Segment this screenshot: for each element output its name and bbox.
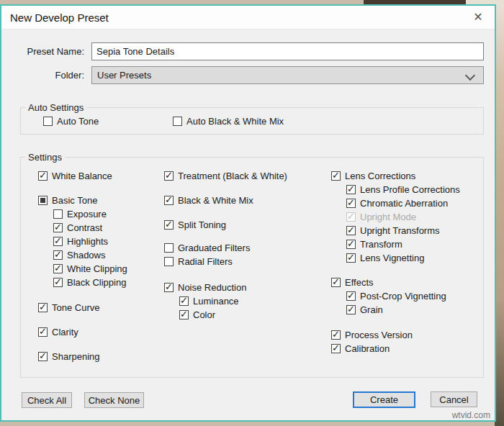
checkbox-label: Shadows [67, 250, 105, 260]
checkbox-label: Auto Black & White Mix [186, 116, 284, 127]
checkbox[interactable] [53, 237, 63, 246]
checkbox-row-effects[interactable]: Effects [331, 276, 460, 289]
checkbox-row-post-crop-vignetting[interactable]: Post-Crop Vignetting [346, 289, 460, 303]
checkbox-row-upright-mode: Upright Mode [346, 210, 460, 224]
checkbox-row-auto-tone[interactable]: Auto Tone [43, 114, 99, 128]
settings-group: Settings White Balance Basic Tone Exposu… [20, 157, 484, 378]
checkbox[interactable] [38, 327, 48, 337]
checkbox-label: Exposure [67, 209, 107, 219]
checkbox-row-transform[interactable]: Transform [346, 237, 460, 251]
checkbox-row-clarity[interactable]: Clarity [38, 325, 127, 339]
checkbox[interactable] [346, 253, 356, 263]
checkbox-label: Highlights [67, 236, 108, 247]
checkbox-label: Radial Filters [178, 256, 233, 267]
checkbox-row-upright-transforms[interactable]: Upright Transforms [346, 224, 460, 237]
checkbox-label: Color [193, 309, 215, 320]
folder-dropdown-value: User Presets [97, 70, 151, 81]
checkbox[interactable] [53, 209, 63, 219]
checkbox-label: Auto Tone [57, 116, 99, 127]
auto-settings-group: Auto Settings Auto Tone Auto Black & Whi… [20, 107, 484, 135]
checkbox-row-radial-filters[interactable]: Radial Filters [164, 255, 287, 268]
checkbox[interactable] [346, 226, 356, 235]
checkbox-row-white-balance[interactable]: White Balance [38, 169, 127, 183]
checkbox[interactable] [38, 171, 48, 181]
checkbox-row-shadows[interactable]: Shadows [53, 248, 127, 262]
checkbox-label: Upright Transforms [360, 225, 440, 236]
checkbox[interactable] [38, 196, 48, 205]
check-none-button[interactable]: Check None [84, 392, 144, 408]
checkbox[interactable] [164, 243, 174, 253]
checkbox-label: Split Toning [178, 219, 226, 230]
checkbox[interactable] [164, 220, 174, 230]
folder-dropdown[interactable]: User Presets [91, 66, 484, 84]
checkbox-row-calibration[interactable]: Calibration [331, 342, 460, 355]
close-icon[interactable]: ✕ [469, 9, 487, 26]
checkbox-label: Grain [360, 304, 383, 315]
checkbox[interactable] [179, 296, 189, 306]
checkbox[interactable] [53, 278, 63, 287]
checkbox[interactable] [38, 303, 48, 312]
checkbox[interactable] [164, 283, 174, 292]
checkbox-row-highlights[interactable]: Highlights [53, 235, 127, 248]
check-all-button[interactable]: Check All [22, 392, 72, 408]
checkbox[interactable] [173, 117, 182, 126]
checkbox-row-noise-reduction[interactable]: Noise Reduction [164, 281, 287, 294]
checkbox-label: Basic Tone [52, 195, 97, 206]
checkbox-row-lens-profile-corrections[interactable]: Lens Profile Corrections [346, 183, 460, 196]
checkbox[interactable] [164, 257, 174, 266]
checkbox[interactable] [164, 171, 174, 181]
checkbox-label: Transform [360, 239, 402, 250]
checkbox-row-process-version[interactable]: Process Version [331, 328, 460, 342]
checkbox-row-black-white-mix[interactable]: Black & White Mix [164, 194, 287, 207]
auto-settings-group-label: Auto Settings [25, 102, 86, 113]
checkbox-row-graduated-filters[interactable]: Graduated Filters [164, 241, 287, 255]
checkbox-row-luminance[interactable]: Luminance [179, 294, 287, 308]
checkbox[interactable] [38, 352, 48, 361]
checkbox-label: Contrast [67, 222, 102, 233]
checkbox-row-tone-curve[interactable]: Tone Curve [38, 301, 127, 314]
checkbox[interactable] [179, 310, 189, 320]
checkbox-row-chromatic-aberration[interactable]: Chromatic Aberration [346, 196, 460, 210]
checkbox-row-grain[interactable]: Grain [346, 303, 460, 317]
checkbox-label: Black Clipping [67, 277, 126, 288]
preset-name-input[interactable] [91, 42, 484, 60]
checkbox-row-basic-tone[interactable]: Basic Tone [38, 194, 127, 207]
checkbox-label: Process Version [345, 330, 413, 340]
settings-column-1: White Balance Basic Tone Exposure Contra… [38, 169, 127, 363]
checkbox[interactable] [331, 278, 341, 287]
checkbox-row-sharpening[interactable]: Sharpening [38, 350, 127, 363]
checkbox-row-black-clipping[interactable]: Black Clipping [53, 276, 127, 289]
checkbox-row-auto-black-white-mix[interactable]: Auto Black & White Mix [173, 114, 284, 128]
checkbox[interactable] [346, 185, 356, 194]
checkbox[interactable] [346, 199, 356, 208]
checkbox-label: Tone Curve [52, 302, 99, 313]
checkbox[interactable] [331, 330, 341, 340]
chevron-down-icon [465, 71, 475, 81]
checkbox-label: White Balance [52, 171, 112, 181]
checkbox[interactable] [331, 344, 341, 353]
checkbox-row-treatment[interactable]: Treatment (Black & White) [164, 169, 287, 183]
checkbox[interactable] [346, 305, 356, 314]
checkbox[interactable] [164, 196, 174, 205]
folder-label: Folder: [11, 70, 84, 81]
checkbox-row-contrast[interactable]: Contrast [53, 221, 127, 235]
checkbox-row-white-clipping[interactable]: White Clipping [53, 262, 127, 276]
checkbox-row-color[interactable]: Color [179, 308, 287, 322]
checkbox-row-lens-corrections[interactable]: Lens Corrections [331, 169, 460, 183]
checkbox-label: Graduated Filters [178, 243, 250, 253]
create-button[interactable]: Create [353, 391, 415, 408]
checkbox-row-split-toning[interactable]: Split Toning [164, 218, 287, 232]
checkbox-row-lens-vignetting[interactable]: Lens Vignetting [346, 251, 460, 265]
checkbox[interactable] [53, 264, 63, 273]
dialog-title: New Develop Preset [10, 12, 109, 24]
new-develop-preset-dialog: New Develop Preset ✕ Preset Name: Folder… [0, 4, 496, 422]
checkbox[interactable] [331, 171, 341, 181]
checkbox[interactable] [346, 291, 356, 301]
checkbox[interactable] [53, 250, 63, 260]
checkbox-label: Post-Crop Vignetting [360, 291, 446, 302]
checkbox[interactable] [346, 240, 356, 249]
checkbox[interactable] [53, 223, 63, 232]
checkbox-row-exposure[interactable]: Exposure [53, 207, 127, 221]
cancel-button[interactable]: Cancel [431, 391, 477, 407]
checkbox[interactable] [43, 117, 53, 126]
